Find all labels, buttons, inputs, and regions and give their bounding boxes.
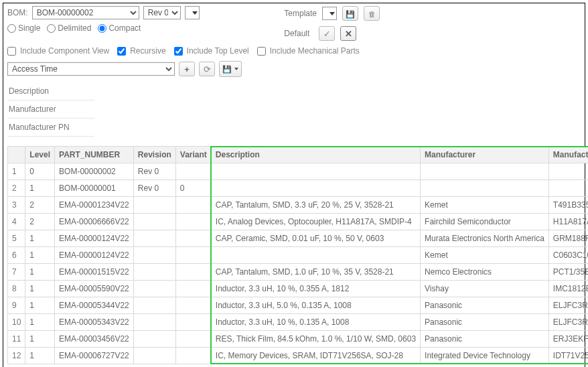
default-clear-button[interactable]	[340, 26, 356, 41]
row-number: 1	[8, 163, 25, 180]
save-icon	[346, 9, 355, 19]
cell: 1	[25, 331, 55, 348]
column-header[interactable]: Manufacturer PN	[548, 147, 588, 163]
column-header[interactable]: Revision	[133, 147, 175, 163]
cell	[133, 214, 175, 230]
default-label: Default	[284, 29, 309, 38]
refresh-button[interactable]	[199, 62, 215, 76]
radio-compact[interactable]: Compact	[98, 23, 141, 33]
cell: BOM-00000001	[55, 180, 134, 197]
cell: H11A817AS	[548, 214, 588, 230]
cell: 1	[25, 297, 55, 314]
add-property-button[interactable]	[179, 62, 195, 76]
row-number: 6	[8, 247, 25, 264]
cell	[211, 163, 420, 180]
cell: 1	[25, 247, 55, 264]
table-row[interactable]: 21BOM-00000001Rev 00	[8, 180, 589, 197]
cell: PCT1/35BKLF	[548, 264, 588, 281]
check-recursive[interactable]: Recursive	[117, 46, 165, 56]
row-number: 5	[8, 230, 25, 247]
default-apply-button[interactable]	[319, 26, 335, 41]
row-number: 2	[8, 180, 25, 197]
template-save-button[interactable]	[342, 6, 358, 21]
table-row[interactable]: 71EMA-00001515V22CAP, Tantalum, SMD, 1.0…	[8, 264, 589, 281]
cell: Rev 0	[133, 163, 175, 180]
column-header[interactable]: PART_NUMBER	[55, 147, 134, 163]
template-label: Template	[284, 9, 317, 18]
column-header[interactable]: Level	[25, 147, 55, 163]
radio-delimited[interactable]: Delimited	[47, 23, 91, 33]
column-header[interactable]: Description	[211, 147, 420, 163]
rev-select[interactable]: Rev 0	[143, 6, 181, 19]
table-row[interactable]: 61EMA-00000124V22KemetC0603C103K5RAC	[8, 247, 589, 264]
cell: EMA-00001515V22	[55, 264, 134, 281]
bom-table: LevelPART_NUMBERRevisionVariantDescripti…	[7, 146, 588, 364]
cell	[421, 163, 549, 180]
cell: IDT71V256SA12YG8	[548, 348, 588, 364]
cell	[548, 163, 588, 180]
bom-select[interactable]: BOM-00000002	[32, 6, 139, 19]
cell: CAP, Tantalum, SMD, 1.0 uF, 10 %, 35 V, …	[211, 264, 420, 281]
table-row[interactable]: 81EMA-00005590V22Inductor, 3.3 uH, 10 %,…	[8, 281, 589, 297]
cell: EMA-00005343V22	[55, 314, 134, 331]
cell: EMA-00006666V22	[55, 214, 134, 230]
chevron-down-icon	[192, 11, 198, 15]
cell: 1	[25, 281, 55, 297]
cell: EMA-00005344V22	[55, 297, 134, 314]
property-select[interactable]: Access Time	[7, 62, 175, 76]
table-row[interactable]: 101EMA-00005343V22Inductor, 3.3 uH, 10 %…	[8, 314, 589, 331]
check-include-top-level[interactable]: Include Top Level	[174, 46, 249, 56]
table-row[interactable]: 51EMA-00000124V22CAP, Ceramic, SMD, 0.01…	[8, 230, 589, 247]
cell: CAP, Tantalum, SMD, 3.3 uF, 20 %, 25 V, …	[211, 197, 420, 214]
column-header[interactable]: Manufacturer	[421, 147, 549, 163]
cell	[133, 264, 175, 281]
table-row[interactable]: 121EMA-00006727V22IC, Memory Devices, SR…	[8, 348, 589, 364]
cell: BOM-00000002	[55, 163, 134, 180]
cell: EMA-00006727V22	[55, 348, 134, 364]
cell: Kemet	[421, 197, 549, 214]
cell	[211, 247, 420, 264]
cell: 1	[25, 230, 55, 247]
template-delete-button[interactable]	[364, 6, 380, 21]
cell: Panasonic	[421, 314, 549, 331]
table-row[interactable]: 32EMA-00001234V22CAP, Tantalum, SMD, 3.3…	[8, 197, 589, 214]
property-item[interactable]: Description	[7, 82, 94, 100]
cell: Inductor, 3.3 uH, 10 %, 0.355 A, 1812	[211, 281, 420, 297]
column-header[interactable]: Variant	[175, 147, 211, 163]
cell	[133, 331, 175, 348]
table-row[interactable]: 91EMA-00005344V22Inductor, 3.3 uH, 5.0 %…	[8, 297, 589, 314]
cell: IMC1812ER3R3K	[548, 281, 588, 297]
cell: 2	[25, 197, 55, 214]
cell: Murata Electronics North America	[421, 230, 549, 247]
cell	[211, 180, 420, 197]
table-row[interactable]: 111EMA-00003456V22RES, Thick Film, 84.5 …	[8, 331, 589, 348]
cell: 0	[175, 180, 211, 197]
bom-label: BOM:	[7, 8, 28, 17]
row-number: 10	[8, 314, 25, 331]
cell: IC, Memory Devices, SRAM, IDT71V256SA, S…	[211, 348, 420, 364]
corner-header	[8, 147, 25, 163]
cell	[133, 230, 175, 247]
cell	[133, 348, 175, 364]
cell: EMA-00000124V22	[55, 247, 134, 264]
check-include-component-view[interactable]: Include Component View	[7, 46, 109, 56]
cell: Panasonic	[421, 297, 549, 314]
cell: 1	[25, 264, 55, 281]
property-item[interactable]: Manufacturer	[7, 100, 94, 119]
table-row[interactable]: 10BOM-00000002Rev 0	[8, 163, 589, 180]
cell: EMA-00001234V22	[55, 197, 134, 214]
variant-select[interactable]	[185, 6, 200, 19]
cell	[133, 197, 175, 214]
cell: 0	[25, 163, 55, 180]
property-item[interactable]: Manufacturer PN	[7, 119, 94, 137]
cell: C0603C103K5RAC	[548, 247, 588, 264]
table-row[interactable]: 42EMA-00006666V22IC, Analog Devices, Opt…	[8, 214, 589, 230]
export-menu-button[interactable]	[219, 61, 242, 77]
cell	[175, 314, 211, 331]
check-include-mechanical[interactable]: Include Mechanical Parts	[257, 46, 360, 56]
template-select[interactable]	[322, 7, 337, 20]
radio-single[interactable]: Single	[7, 23, 40, 33]
cell	[133, 314, 175, 331]
cell	[548, 180, 588, 197]
row-number: 7	[8, 264, 25, 281]
